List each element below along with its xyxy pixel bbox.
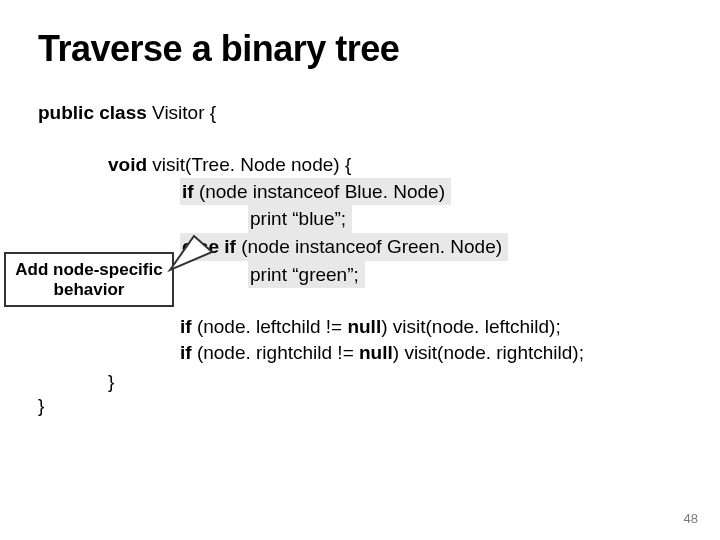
right-rest: ) visit(node. rightchild); [393, 342, 584, 363]
recurse-left: if (node. leftchild != null) visit(node.… [180, 314, 682, 340]
class-declaration: public class Visitor { [38, 102, 682, 124]
highlight-print-green: print “green”; [248, 261, 365, 289]
elseif-cond: (node instanceof [241, 236, 387, 257]
kw-null-left: null [347, 316, 381, 337]
highlight-elseif: else if (node instanceof Green. Node) [180, 233, 508, 261]
recurse-block: if (node. leftchild != null) visit(node.… [108, 314, 682, 365]
page-title: Traverse a binary tree [38, 28, 682, 70]
if-cond: (node instanceof [199, 181, 345, 202]
print-green-line: print “green”; [248, 261, 682, 289]
class-name: Visitor { [152, 102, 216, 123]
method-rest: visit(Tree. Node node) { [152, 154, 351, 175]
elseif-type: Green. Node) [387, 236, 502, 257]
print-blue-line: print “blue”; [248, 205, 682, 233]
callout-line2: behavior [10, 280, 168, 300]
callout-line1: Add node-specific [10, 260, 168, 280]
if-line: if (node instanceof Blue. Node) [180, 178, 682, 206]
kw-void: void [108, 154, 152, 175]
left-rest: ) visit(node. leftchild); [381, 316, 561, 337]
kw-null-right: null [359, 342, 393, 363]
kw-public-class: public class [38, 102, 152, 123]
kw-if-left: if [180, 316, 197, 337]
left-cond: (node. leftchild != [197, 316, 348, 337]
close-brace-inner: } [108, 371, 682, 393]
slide: Traverse a binary tree public class Visi… [0, 0, 720, 540]
right-cond: (node. rightchild != [197, 342, 359, 363]
kw-if-right: if [180, 342, 197, 363]
recurse-right: if (node. rightchild != null) visit(node… [180, 340, 682, 366]
elseif-line: else if (node instanceof Green. Node) [180, 233, 682, 261]
highlight-print-blue: print “blue”; [248, 205, 352, 233]
callout-box: Add node-specific behavior [4, 252, 174, 307]
method-signature: void visit(Tree. Node node) { [108, 152, 682, 178]
page-number: 48 [684, 511, 698, 526]
kw-if: if [182, 181, 199, 202]
svg-marker-0 [170, 236, 212, 270]
if-type: Blue. Node) [345, 181, 445, 202]
highlight-if: if (node instanceof Blue. Node) [180, 178, 451, 206]
close-brace-outer: } [38, 395, 682, 417]
